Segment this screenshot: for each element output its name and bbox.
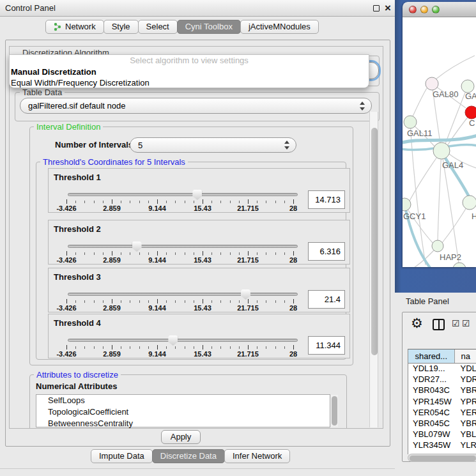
column-header-name[interactable]: na [455, 349, 476, 363]
slider-track[interactable] [68, 339, 298, 342]
zoom-window-icon[interactable] [432, 6, 440, 13]
close-window-icon[interactable] [409, 6, 417, 13]
attribute-list-item[interactable]: BetweennessCentrality [36, 418, 330, 429]
minimize-window-icon[interactable] [420, 6, 428, 13]
settings-scrollbar-thumb[interactable] [371, 128, 378, 355]
table-row[interactable]: YBL079WYBL0 [408, 429, 476, 440]
tab-cyni-toolbox[interactable]: Cyni Toolbox [177, 20, 241, 34]
slider-tick [257, 201, 257, 203]
cell-name[interactable]: YBR0 [455, 385, 476, 396]
network-node[interactable] [463, 196, 476, 210]
network-node[interactable] [461, 80, 474, 93]
slider-tick-label: 28 [289, 304, 297, 312]
network-canvas[interactable]: GAL80GACGAL11GAL4GCY1HHAP2 [403, 17, 476, 267]
attribute-list-item[interactable]: SelfLoops [36, 395, 330, 406]
threshold-1-slider[interactable]: -3.4262.8599.14415.4321.71528 [49, 169, 304, 213]
threshold-3-value[interactable]: 21.4 [308, 290, 345, 309]
slider-tick [103, 300, 104, 303]
slider-tick [211, 252, 212, 255]
float-panel-icon[interactable] [373, 5, 380, 12]
dropdown-option-equal-width[interactable]: Equal Width/Frequency Discretization [10, 77, 369, 88]
table-row[interactable]: YBR045CYBR0 [408, 418, 476, 429]
column-header-shared-name[interactable]: shared... [408, 349, 455, 363]
tab-network[interactable]: Network [45, 20, 104, 34]
slider-tick-label: 2.859 [103, 204, 121, 212]
network-node[interactable] [453, 263, 466, 267]
cell-shared-name[interactable]: YPR145W [408, 397, 455, 408]
threshold-1-value[interactable]: 14.713 [308, 190, 345, 209]
threshold-4-panel: Threshold 4 -3.4262.8599.14415.4321.7152… [48, 314, 350, 358]
tab-jactivemnodules[interactable]: jActiveMNodules [240, 20, 319, 34]
slider-tick-label: -3.426 [56, 204, 76, 212]
apply-button[interactable]: Apply [161, 430, 201, 444]
table-hscroll-thumb[interactable] [410, 456, 476, 461]
numerical-attributes-list[interactable]: SelfLoopsTopologicalCoefficientBetweenne… [36, 394, 330, 427]
threshold-4-slider[interactable]: -3.4262.8599.14415.4321.71528 [49, 314, 304, 359]
cell-shared-name[interactable]: YDR27... [408, 374, 455, 385]
threshold-3-slider[interactable]: -3.4262.8599.14415.4321.71528 [49, 268, 304, 313]
slider-track[interactable] [68, 245, 298, 248]
slider-tick [112, 345, 112, 349]
network-node[interactable] [404, 116, 417, 128]
checkbox-icon[interactable]: ☑ [452, 318, 460, 328]
columns-icon[interactable] [433, 319, 445, 330]
number-of-intervals-combobox[interactable]: 5 [130, 137, 296, 153]
slider-tick [230, 346, 231, 349]
table-row[interactable]: YLR345WYLR3 [408, 440, 476, 451]
attribute-list-item[interactable]: TopologicalCoefficient [36, 406, 330, 418]
slider-thumb[interactable] [241, 289, 250, 300]
cell-name[interactable]: YPR1 [455, 397, 476, 408]
table-row[interactable]: YER054CYER0 [408, 408, 476, 418]
slider-tick [66, 251, 67, 256]
cell-shared-name[interactable]: YBR045C [408, 418, 455, 429]
network-node[interactable] [432, 240, 443, 252]
cell-name[interactable]: YLR3 [455, 440, 476, 451]
cell-shared-name[interactable]: YDL19... [408, 364, 455, 374]
cell-name[interactable]: YBL0 [455, 429, 476, 440]
network-node[interactable] [465, 106, 476, 119]
settings-scrollbar[interactable] [369, 112, 378, 427]
tab-discretize-data[interactable]: Discretize Data [152, 449, 225, 463]
threshold-2-slider[interactable]: -3.4262.8599.14415.4321.71528 [49, 220, 304, 265]
network-desktop: GAL80GACGAL11GAL4GCY1HHAP2 [395, 0, 476, 293]
cell-name[interactable]: YDL1 [455, 364, 476, 374]
cell-name[interactable]: YDR2 [455, 374, 476, 385]
cell-name[interactable]: YBR0 [455, 418, 476, 429]
slider-thumb[interactable] [168, 335, 178, 346]
threshold-4-value[interactable]: 11.344 [308, 336, 345, 355]
slider-tick [166, 346, 167, 349]
table-horizontal-scrollbar[interactable] [408, 454, 476, 462]
slider-track[interactable] [68, 293, 298, 296]
table-row[interactable]: YDR27...YDR2 [408, 374, 476, 385]
cell-shared-name[interactable]: YBR043C [408, 385, 455, 396]
slider-thumb[interactable] [192, 190, 202, 200]
cell-shared-name[interactable]: YER054C [408, 408, 455, 418]
gear-icon[interactable]: ⚙ [411, 316, 423, 331]
slider-tick [275, 201, 276, 203]
tab-select[interactable]: Select [138, 20, 178, 34]
attributes-list-scrollbar[interactable] [331, 395, 338, 427]
dropdown-option-manual[interactable]: Manual Discretization [10, 66, 369, 77]
cell-shared-name[interactable]: YLR345W [408, 440, 455, 451]
tab-style[interactable]: Style [104, 20, 139, 34]
slider-track[interactable] [68, 193, 298, 196]
table-row[interactable]: YPR145WYPR1 [408, 397, 476, 408]
network-node[interactable] [433, 142, 450, 159]
slider-tick [239, 201, 240, 203]
control-panel-titlebar: Control Panel × [0, 0, 395, 17]
network-window-titlebar[interactable] [403, 2, 476, 17]
tab-infer-network[interactable]: Infer Network [224, 449, 290, 463]
network-node[interactable] [426, 77, 438, 90]
slider-tick [185, 346, 185, 349]
tab-impute-data[interactable]: Impute Data [91, 449, 153, 463]
table-row[interactable]: YDL19...YDL1 [408, 364, 476, 374]
table-row[interactable]: YBR043CYBR0 [408, 385, 476, 396]
cell-shared-name[interactable]: YBL079W [408, 429, 455, 440]
slider-thumb[interactable] [132, 242, 142, 252]
threshold-2-value[interactable]: 6.316 [308, 242, 345, 261]
close-panel-icon[interactable]: × [385, 1, 391, 15]
cell-name[interactable]: YER0 [455, 408, 476, 418]
checkbox-icon[interactable]: ☑ [462, 318, 470, 328]
table-data-combobox[interactable]: galFiltered.sif default node [20, 98, 372, 114]
slider-tick [130, 252, 130, 255]
